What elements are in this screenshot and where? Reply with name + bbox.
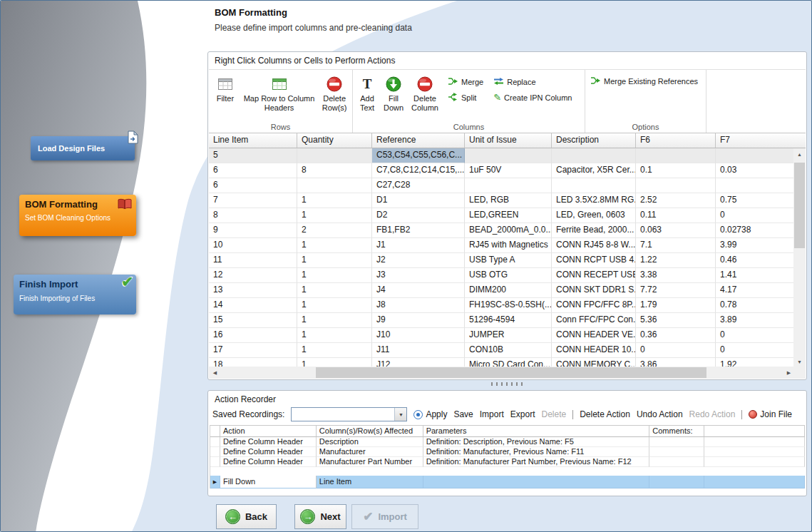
grid-cell[interactable]: 0.03 — [716, 163, 795, 178]
grid-row[interactable]: 5C53,C54,C55,C56,C... — [209, 148, 795, 163]
grid-cell[interactable]: 3.99 — [716, 238, 795, 253]
grid-cell[interactable]: 7 — [209, 193, 297, 208]
grid-cell[interactable]: CONN RECEPT USB... — [552, 268, 636, 283]
dropdown-button[interactable]: ▼ — [394, 408, 406, 421]
grid-cell[interactable]: CONN FPC/FFC 8P... — [552, 298, 636, 313]
grid-row[interactable]: 141J8FH19SC-8S-0.5SH(...CONN FPC/FFC 8P.… — [209, 298, 795, 313]
grid-cell[interactable]: 1 — [297, 193, 372, 208]
grid-cell[interactable]: USB OTG — [465, 268, 552, 283]
grid-cell[interactable]: 1 — [297, 343, 372, 358]
grid-cell[interactable]: 2.52 — [636, 193, 716, 208]
recorder-column-header[interactable]: Column(s)/Row(s) Affected — [317, 426, 423, 437]
scroll-up-button[interactable]: ▲ — [793, 148, 806, 160]
vertical-scrollbar[interactable]: ▲ ▼ — [793, 148, 806, 368]
add-text-button[interactable]: T Add Text — [354, 73, 380, 114]
recorder-cell[interactable]: Definition: Manufacturer Part Number, Pr… — [423, 457, 650, 467]
grid-cell[interactable] — [716, 178, 795, 193]
recorder-column-header[interactable]: Comments: — [649, 426, 704, 437]
grid-row[interactable]: 131J4DIMM200CONN SKT DDR1 S...7.724.17 — [209, 283, 795, 298]
recorder-cell[interactable] — [423, 476, 650, 488]
grid-cell[interactable]: J11 — [372, 343, 465, 358]
recorder-cell[interactable]: Manufacturer Part Number — [317, 457, 423, 467]
grid-cell[interactable]: FH19SC-8S-0.5SH(... — [465, 298, 552, 313]
grid-cell[interactable] — [297, 148, 372, 163]
grid-column-header[interactable]: Reference — [372, 133, 465, 148]
grid-cell[interactable] — [716, 148, 795, 163]
grid-cell[interactable] — [552, 178, 636, 193]
grid-cell[interactable]: 0.02738 — [716, 223, 795, 238]
save-recording-button[interactable]: Save — [453, 409, 473, 419]
recorder-cell[interactable] — [649, 447, 704, 457]
horizontal-scrollbar[interactable]: ◀ ▶ — [209, 367, 795, 379]
grid-cell[interactable]: 0.78 — [716, 298, 795, 313]
recorder-cell[interactable] — [649, 476, 704, 488]
grid-cell[interactable]: JUMPER — [465, 328, 552, 343]
recorder-row[interactable]: Define Column HeaderDescriptionDefinitio… — [210, 437, 805, 447]
grid-cell[interactable]: 0 — [716, 208, 795, 223]
grid-cell[interactable]: 3.38 — [636, 268, 716, 283]
grid-cell[interactable]: C7,C8,C12,C14,C15,... — [372, 163, 465, 178]
grid-column-header[interactable]: F7 — [716, 133, 795, 148]
recorder-column-header[interactable] — [704, 426, 805, 437]
grid-cell[interactable]: J1 — [372, 238, 465, 253]
grid-cell[interactable]: 1 — [297, 238, 372, 253]
grid-cell[interactable]: 10 — [209, 238, 297, 253]
recorder-cell[interactable]: Manufacturer — [317, 447, 423, 457]
apply-radio[interactable]: Apply — [413, 409, 447, 419]
step-load-design-files[interactable]: Load Design Files — [31, 136, 135, 160]
grid-cell[interactable]: RJ45 with Magnetics — [465, 238, 552, 253]
grid-column-header[interactable]: F6 — [636, 133, 716, 148]
grid-cell[interactable]: CONN SKT DDR1 S... — [552, 283, 636, 298]
grid-row[interactable]: 68C7,C8,C12,C14,C15,...1uF 50VCapacitor,… — [209, 163, 795, 178]
grid-cell[interactable]: 51296-4594 — [465, 313, 552, 328]
grid-cell[interactable]: J8 — [372, 298, 465, 313]
recorder-cell[interactable]: Define Column Header — [220, 457, 317, 467]
grid-cell[interactable]: 0.36 — [636, 328, 716, 343]
recorder-row[interactable]: ▶Fill DownLine Item — [210, 476, 805, 488]
grid-cell[interactable]: Capacitor, X5R Cer... — [552, 163, 636, 178]
grid-cell[interactable]: 0.11 — [636, 208, 716, 223]
grid-cell[interactable]: 2 — [297, 223, 372, 238]
undo-action-button[interactable]: Undo Action — [637, 409, 683, 419]
horizontal-scroll-thumb[interactable] — [316, 367, 706, 378]
recorder-row-marker[interactable]: ▶ — [210, 476, 220, 488]
recorder-row-gutter-header[interactable] — [210, 426, 220, 437]
grid-cell[interactable] — [636, 148, 716, 163]
grid-cell[interactable]: USB Type A — [465, 253, 552, 268]
grid-cell[interactable]: LED,GREEN — [465, 208, 552, 223]
delete-column-button[interactable]: Delete Column — [407, 73, 443, 114]
grid-cell[interactable]: 1 — [297, 283, 372, 298]
create-ipn-column-button[interactable]: ✎ Create IPN Column — [490, 91, 575, 104]
grid-cell[interactable]: 1 — [297, 208, 372, 223]
recorder-cell[interactable] — [704, 476, 805, 488]
grid-cell[interactable]: J9 — [372, 313, 465, 328]
recorder-column-header[interactable]: Action — [220, 426, 317, 437]
grid-row[interactable]: 101J1RJ45 with MagneticsCONN RJ45 8-8 W.… — [209, 238, 795, 253]
grid-cell[interactable]: Conn FFC/FPC Con... — [552, 313, 636, 328]
grid-cell[interactable]: 16 — [209, 328, 297, 343]
grid-cell[interactable]: 1 — [297, 298, 372, 313]
grid-cell[interactable]: 5 — [209, 148, 297, 163]
grid-splitter-handle[interactable] — [491, 382, 523, 386]
grid-cell[interactable]: 0 — [716, 343, 795, 358]
grid-row[interactable]: 161J10JUMPERCONN HEADER VE...0.360 — [209, 328, 795, 343]
join-file-button[interactable]: Join File — [760, 409, 792, 419]
saved-recordings-dropdown[interactable]: ▼ — [291, 407, 407, 421]
grid-cell[interactable]: 0.063 — [636, 223, 716, 238]
filter-button[interactable]: Filter — [210, 73, 240, 106]
recorder-row[interactable]: Define Column HeaderManufacturerDefiniti… — [210, 447, 805, 457]
recorder-cell[interactable]: Line Item — [317, 476, 423, 488]
grid-cell[interactable]: LED, RGB — [465, 193, 552, 208]
vertical-scroll-thumb[interactable] — [794, 163, 805, 248]
grid-cell[interactable]: 5.36 — [636, 313, 716, 328]
grid-cell[interactable]: CON10B — [465, 343, 552, 358]
grid-row[interactable]: 6C27,C28 — [209, 178, 795, 193]
recorder-row-marker[interactable] — [210, 447, 220, 457]
grid-cell[interactable]: 1 — [297, 328, 372, 343]
back-button[interactable]: ← Back — [216, 504, 277, 529]
map-row-to-column-headers-button[interactable]: Map Row to Column Headers — [240, 73, 318, 114]
grid-cell[interactable]: CONN HEADER VE... — [552, 328, 636, 343]
recorder-row[interactable]: Define Column HeaderManufacturer Part Nu… — [210, 457, 805, 467]
grid-column-header[interactable]: Quantity — [297, 133, 372, 148]
recorder-column-header[interactable]: Parameters — [423, 426, 650, 437]
